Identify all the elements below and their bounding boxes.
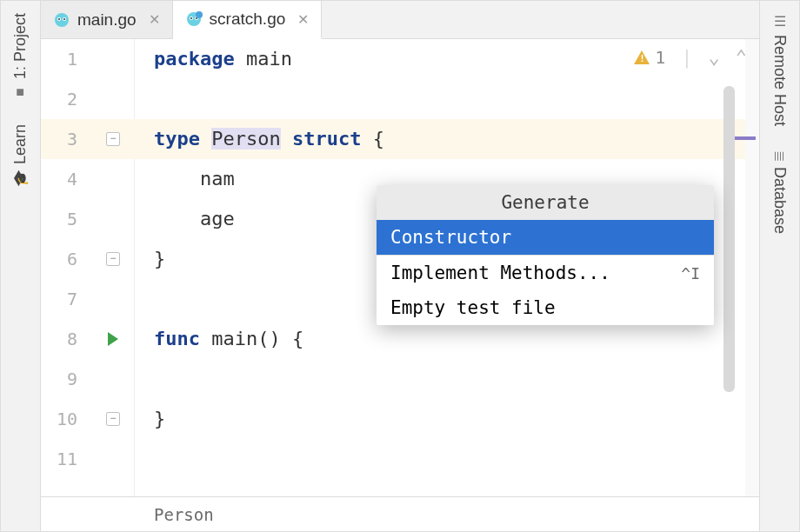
popup-item-label: Implement Methods... xyxy=(390,263,610,283)
tab-main-go[interactable]: main.go ✕ xyxy=(41,1,173,38)
tab-scratch-go[interactable]: scratch.go ✕ xyxy=(173,1,323,39)
popup-item-label: Empty test file xyxy=(390,297,556,318)
go-scratch-file-icon xyxy=(185,10,203,28)
line-number: 5 xyxy=(41,199,91,239)
error-stripe[interactable] xyxy=(745,39,759,496)
code-line xyxy=(135,79,759,119)
left-tool-rail: ■ 1: Project 🎓 Learn xyxy=(1,1,41,531)
gutter-icons: − − − xyxy=(91,39,135,479)
breadcrumb[interactable]: Person xyxy=(154,505,214,524)
right-tool-rail: ☰ Remote Host ≣ Database xyxy=(759,1,799,531)
line-number: 11 xyxy=(41,439,91,479)
generate-popup: Generate Constructor Implement Methods..… xyxy=(377,185,714,325)
close-icon[interactable]: ✕ xyxy=(297,11,309,28)
breadcrumb-bar: Person xyxy=(41,496,759,531)
popup-item-implement-methods[interactable]: Implement Methods... ^I xyxy=(377,256,714,290)
tool-remote-host[interactable]: ☰ Remote Host xyxy=(770,1,789,138)
warning-count: 1 xyxy=(655,47,665,68)
tool-label: 1: Project xyxy=(11,13,30,79)
code-line xyxy=(135,359,759,399)
svg-point-0 xyxy=(55,13,69,27)
line-numbers: 1 2 3 4 5 6 7 8 9 10 11 xyxy=(41,39,91,479)
close-icon[interactable]: ✕ xyxy=(149,11,160,28)
gutter: 1 2 3 4 5 6 7 8 9 10 11 − xyxy=(41,39,135,496)
graduation-cap-icon: 🎓 xyxy=(12,170,29,187)
code-line: type Person struct { xyxy=(135,119,759,159)
warning-icon xyxy=(634,50,650,64)
svg-point-3 xyxy=(58,18,60,20)
svg-point-4 xyxy=(63,18,65,20)
fold-end-icon[interactable]: − xyxy=(106,252,120,266)
tool-label: Remote Host xyxy=(770,35,789,126)
database-icon: ≣ xyxy=(771,150,788,162)
code-editor[interactable]: 1 | ⌄ ⌃ package main type Person struct … xyxy=(135,39,759,496)
run-gutter-icon[interactable] xyxy=(108,332,118,346)
fold-end-icon[interactable]: − xyxy=(106,412,120,426)
svg-point-10 xyxy=(196,11,203,18)
code-line xyxy=(135,439,759,479)
tab-label: main.go xyxy=(77,10,137,30)
code-line: } xyxy=(135,399,759,439)
chevron-down-icon[interactable]: ⌄ xyxy=(709,46,720,68)
error-stripe-mark[interactable] xyxy=(735,136,756,140)
popup-item-empty-test-file[interactable]: Empty test file xyxy=(377,290,714,325)
tool-project[interactable]: ■ 1: Project xyxy=(11,1,30,112)
keyboard-shortcut: ^I xyxy=(681,264,700,283)
line-number: 3 xyxy=(41,119,91,159)
tool-label: Learn xyxy=(11,124,30,164)
go-file-icon xyxy=(53,11,70,29)
tab-label: scratch.go xyxy=(210,10,286,29)
tool-database[interactable]: ≣ Database xyxy=(770,138,789,246)
line-number: 6 xyxy=(41,239,91,279)
svg-point-9 xyxy=(196,17,197,19)
popup-item-label: Constructor xyxy=(390,227,511,248)
svg-point-8 xyxy=(190,17,192,19)
tool-label: Database xyxy=(770,167,789,234)
editor-main: main.go ✕ scratch.go ✕ 1 2 3 4 5 6 xyxy=(41,1,759,531)
fold-icon[interactable]: − xyxy=(106,132,120,146)
popup-title: Generate xyxy=(377,185,714,220)
line-number: 9 xyxy=(41,359,91,399)
server-icon: ☰ xyxy=(771,13,788,30)
popup-item-constructor[interactable]: Constructor xyxy=(377,220,714,255)
editor-area: 1 2 3 4 5 6 7 8 9 10 11 − xyxy=(41,39,759,496)
line-number: 4 xyxy=(41,159,91,199)
line-number: 10 xyxy=(41,399,91,439)
line-number: 7 xyxy=(41,279,91,319)
tab-bar: main.go ✕ scratch.go ✕ xyxy=(41,1,759,39)
inspection-widget: 1 | ⌄ ⌃ xyxy=(634,46,747,68)
line-number: 8 xyxy=(41,319,91,359)
line-number: 1 xyxy=(41,39,91,79)
line-number: 2 xyxy=(41,79,91,119)
scrollbar-thumb[interactable] xyxy=(723,86,735,392)
tool-learn[interactable]: 🎓 Learn xyxy=(11,112,30,198)
warning-badge[interactable]: 1 xyxy=(634,47,665,68)
folder-icon: ■ xyxy=(12,88,28,96)
